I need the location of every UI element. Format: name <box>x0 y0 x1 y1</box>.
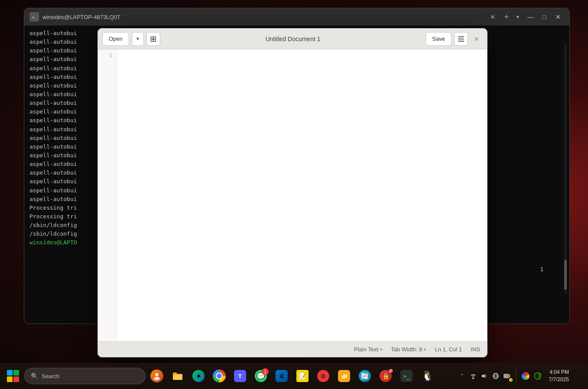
gedit-titlebar: Open ▾ ⊞ Untitled Document 1 Save ✕ <box>98 29 487 49</box>
taskbar-sticky-notes-icon[interactable]: 📝 <box>293 366 312 386</box>
start-button[interactable] <box>3 366 23 386</box>
folder-icon-svg <box>172 372 183 380</box>
clock-time: 4:04 PM <box>549 369 569 376</box>
todo-icon: ⊘ <box>317 370 329 382</box>
ham-line-2 <box>458 39 464 39</box>
copilot-circle: ✦ <box>192 370 205 382</box>
line-gutter: 1 <box>98 49 117 341</box>
open-dropdown-arrow-icon: ▾ <box>136 36 139 42</box>
system-clock[interactable]: 4:04 PM 7/7/2025 <box>545 369 572 383</box>
svg-rect-9 <box>504 375 508 377</box>
svg-point-2 <box>155 373 159 376</box>
terminal-titlebar: >_ winsides@LAPTOP-4873LQ0T ✕ + ▾ — □ ✕ <box>24 8 569 26</box>
taskbar: 🔍 Search ✦ T 💬 1 <box>0 363 588 389</box>
notifications-button[interactable] <box>575 371 585 381</box>
windows-logo-icon <box>7 370 19 382</box>
win-quad-4 <box>13 376 19 382</box>
network-icon[interactable] <box>468 371 478 381</box>
line-number-1: 1 <box>98 52 112 58</box>
terminal-tab-label: winsides@LAPTOP-4873LQ0T <box>42 14 484 20</box>
ins-mode: INS <box>471 346 480 353</box>
taskbar-files-icon[interactable]: 📁 <box>335 366 354 386</box>
tab-width-arrow-icon: ▾ <box>424 347 426 352</box>
terminal-add-tab-button[interactable]: + <box>501 13 511 22</box>
avatar-icon-svg <box>153 372 161 380</box>
taskbar-terminal-icon[interactable]: >_ <box>397 366 416 386</box>
notification-icon[interactable] <box>491 371 500 381</box>
bell-icon-svg <box>577 373 583 379</box>
window-controls: — □ ✕ <box>524 11 564 23</box>
clock-date: 7/7/2025 <box>549 376 569 383</box>
plain-text-selector[interactable]: Plain Text ▾ <box>354 346 382 353</box>
search-bar[interactable]: 🔍 Search <box>24 368 146 384</box>
status-bar: Plain Text ▾ Tab Width: 8 ▾ Ln 1, Col 1 … <box>98 341 487 357</box>
editor-content[interactable] <box>117 49 487 341</box>
volume-icon-svg <box>481 373 488 379</box>
taskbar-teams-icon[interactable]: T <box>231 366 250 386</box>
maximize-button[interactable]: □ <box>538 11 550 23</box>
teams-icon: T <box>234 370 246 382</box>
terminal-tab-close-button[interactable]: ✕ <box>487 13 498 21</box>
new-document-button[interactable]: ⊞ <box>146 32 160 46</box>
security-badge <box>389 369 393 373</box>
taskbar-security-icon[interactable]: 🔒 <box>376 366 395 386</box>
taskbar-whatsapp-icon[interactable]: 💬 1 <box>251 366 270 386</box>
scrollbar-thumb[interactable] <box>564 259 567 290</box>
rdp-icon: 🖥 <box>276 370 288 382</box>
system-tray: ˄ <box>457 371 512 381</box>
wifi-icon-svg <box>470 373 477 379</box>
terminal-dropdown-button[interactable]: ▾ <box>515 14 521 20</box>
color-wheel <box>522 372 530 380</box>
taskbar-avatar-icon[interactable] <box>147 366 166 386</box>
gedit-close-button[interactable]: ✕ <box>471 33 483 45</box>
plain-text-label: Plain Text <box>354 346 378 353</box>
search-label: Search <box>42 373 59 379</box>
shield-tray-icon[interactable] <box>533 371 543 381</box>
editor-area: 1 <box>98 49 487 341</box>
scrollbar-track[interactable] <box>564 43 567 294</box>
tray-up-arrow[interactable]: ˄ <box>457 371 467 381</box>
taskbar-divider <box>516 370 517 383</box>
close-button[interactable]: ✕ <box>552 11 564 23</box>
colorful-circle-icon[interactable] <box>521 371 530 381</box>
svg-text:>_: >_ <box>32 15 37 19</box>
ham-line-3 <box>458 41 464 42</box>
taskbar-edge-icon[interactable]: 🔄 <box>355 366 374 386</box>
hamburger-icon <box>456 35 466 43</box>
win-quad-3 <box>7 376 13 382</box>
taskbar-rdp-icon[interactable]: 🖥 <box>272 366 291 386</box>
taskbar-file-explorer[interactable] <box>168 366 187 386</box>
save-button[interactable]: Save <box>426 32 452 46</box>
penguin-icon: 🐧 <box>421 370 433 382</box>
minimize-button[interactable]: — <box>524 11 536 23</box>
cursor-pos-label: Ln 1, Col 1 <box>435 346 462 353</box>
whatsapp-badge: 1 <box>262 368 269 375</box>
new-document-icon: ⊞ <box>150 34 156 44</box>
terminal-icon-app: >_ <box>400 370 413 382</box>
battery-icon[interactable]: ! <box>502 371 512 381</box>
open-dropdown-button[interactable]: ▾ <box>132 32 144 46</box>
globe-icon-svg <box>492 373 499 379</box>
volume-icon[interactable] <box>480 371 489 381</box>
ham-line-1 <box>458 36 464 37</box>
menu-button[interactable] <box>454 32 468 46</box>
taskbar-todo-icon[interactable]: ⊘ <box>314 366 333 386</box>
file-explorer-icon <box>172 370 184 382</box>
shield-icon-svg <box>534 372 541 380</box>
tab-width-label: Tab Width: 8 <box>391 346 422 353</box>
files-icon: 📁 <box>338 370 350 382</box>
avatar-circle <box>150 370 163 383</box>
taskbar-linux-icon[interactable]: 🐧 <box>418 366 437 386</box>
tab-width-selector[interactable]: Tab Width: 8 ▾ <box>391 346 426 353</box>
terminal-right-line-number: 1 <box>540 266 543 272</box>
svg-point-3 <box>154 377 160 380</box>
sticky-notes-icon: 📝 <box>296 370 309 382</box>
taskbar-tray: ˄ <box>457 369 585 383</box>
taskbar-chrome-icon[interactable] <box>210 366 229 386</box>
taskbar-copilot-icon[interactable]: ✦ <box>189 366 208 386</box>
battery-alert-icon: ! <box>509 378 513 382</box>
ins-label: INS <box>471 346 480 353</box>
cursor-position: Ln 1, Col 1 <box>435 346 462 353</box>
plain-text-arrow-icon: ▾ <box>380 347 382 352</box>
open-button[interactable]: Open <box>102 32 129 46</box>
